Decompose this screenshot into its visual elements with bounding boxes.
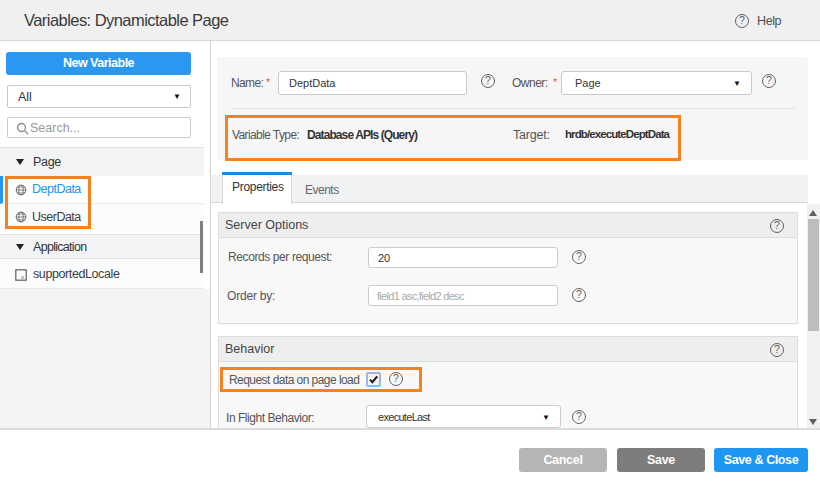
svg-text:x: x [21, 274, 24, 280]
